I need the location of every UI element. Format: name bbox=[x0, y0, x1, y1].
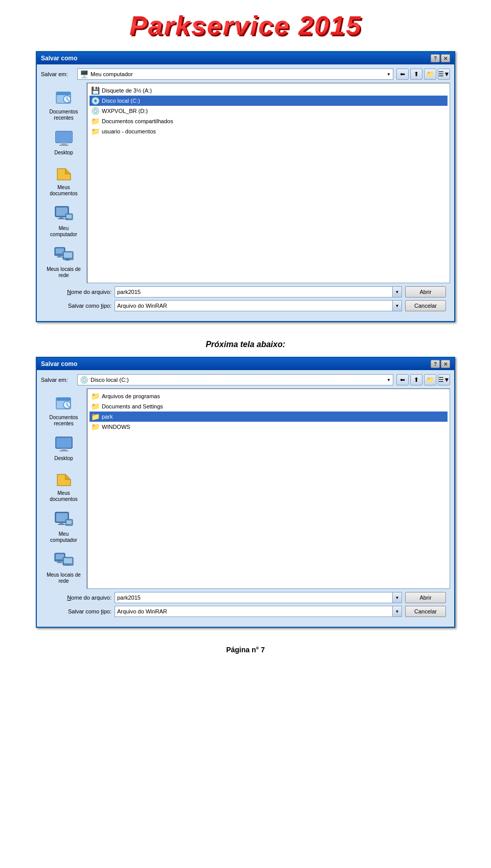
dialog2-file-arquivos[interactable]: 📁 Arquivos de programas bbox=[90, 391, 448, 401]
filename-input-wrap: ▼ bbox=[115, 286, 402, 298]
svg-rect-13 bbox=[66, 219, 69, 220]
filetype-arrow[interactable]: ▼ bbox=[392, 301, 401, 311]
desktop-icon bbox=[54, 128, 74, 149]
dialog2-file-list[interactable]: 📁 Arquivos de programas 📁 Documents and … bbox=[87, 389, 450, 589]
file-item-user[interactable]: 📁 usuario - documentos bbox=[90, 126, 448, 136]
dialog2-filename-row: Nome do arquivo: ▼ Abrir bbox=[45, 592, 446, 603]
dialog2-sidebar-network[interactable]: Meus locais de rede bbox=[44, 548, 84, 587]
file-item-shared[interactable]: 📁 Documentos compartilhados bbox=[90, 116, 448, 126]
dialog2-filename-label: Nome do arquivo: bbox=[45, 595, 111, 601]
dialog2-filename-input[interactable] bbox=[115, 592, 392, 603]
dialog2-filetype-arrow[interactable]: ▼ bbox=[392, 606, 401, 616]
dialog2-desktop-icon bbox=[54, 434, 74, 454]
svg-rect-4 bbox=[56, 131, 72, 143]
dialog2-sidebar-desktop[interactable]: Desktop bbox=[44, 431, 84, 464]
filetype-input[interactable] bbox=[115, 301, 392, 311]
page-title: Parkservice 2015 bbox=[129, 10, 362, 41]
dialog2-sidebar-documents[interactable]: Meus documentos bbox=[44, 466, 84, 505]
file-name-windows: WINDOWS bbox=[102, 424, 130, 430]
dialog2-sidebar-recent[interactable]: Documentos recentes bbox=[44, 391, 84, 429]
dialog2-documents-icon bbox=[54, 469, 74, 489]
dialog2-cancel-button[interactable]: Cancelar bbox=[405, 606, 446, 617]
sidebar-desktop[interactable]: Desktop bbox=[44, 126, 84, 158]
computer-small-icon: 🖥️ bbox=[80, 70, 88, 78]
back-button[interactable]: ⬅ bbox=[396, 68, 409, 80]
dialog2-sidebar-network-label: Meus locais de rede bbox=[47, 572, 81, 584]
sidebar-computer[interactable]: Meu computador bbox=[44, 201, 84, 240]
dialog1-toolbar: Salvar em: 🖥️ Meu computador ▼ ⬅ ⬆ 📁 ☰▼ bbox=[41, 68, 450, 80]
filetype-input-wrap: ▼ bbox=[115, 300, 402, 311]
dialog1-titlebar: Salvar como ? ✕ bbox=[37, 52, 454, 64]
drive-c-icon: 💿 bbox=[91, 96, 100, 105]
file-item-floppy[interactable]: 💾 Disquete de 3½ (A:) bbox=[90, 85, 448, 96]
dialog2-sidebar-documents-label: Meus documentos bbox=[47, 490, 81, 502]
filename-input[interactable] bbox=[115, 287, 392, 297]
help-button[interactable]: ? bbox=[431, 54, 440, 62]
svg-rect-19 bbox=[64, 253, 72, 258]
svg-rect-26 bbox=[56, 437, 72, 448]
dialog2-close-button[interactable]: ✕ bbox=[441, 360, 450, 368]
dialog2: Salvar como ? ✕ Salvar em: 💿 Disco local… bbox=[36, 357, 455, 628]
close-button[interactable]: ✕ bbox=[441, 54, 450, 62]
svg-rect-37 bbox=[58, 561, 61, 562]
dialog2-filename-arrow[interactable]: ▼ bbox=[392, 592, 401, 603]
up-button[interactable]: ⬆ bbox=[410, 68, 422, 80]
dialog2-save-in-arrow[interactable]: ▼ bbox=[387, 378, 391, 382]
svg-rect-20 bbox=[66, 259, 69, 260]
sidebar-network-label: Meus locais de rede bbox=[47, 266, 81, 279]
dialog1-main: Documentos recentes Desktop bbox=[41, 83, 450, 283]
filename-arrow[interactable]: ▼ bbox=[392, 287, 401, 297]
svg-rect-1 bbox=[56, 92, 71, 95]
dialog2-filetype-input[interactable] bbox=[115, 606, 392, 616]
svg-rect-41 bbox=[66, 564, 69, 565]
file-name-floppy: Disquete de 3½ (A:) bbox=[102, 87, 152, 94]
dialog2-new-folder-button[interactable]: 📁 bbox=[424, 374, 436, 385]
disk-small-icon: 💿 bbox=[80, 376, 88, 384]
svg-rect-27 bbox=[61, 448, 66, 450]
dialog2-titlebar-buttons: ? ✕ bbox=[431, 360, 450, 368]
dialog2-back-button[interactable]: ⬅ bbox=[396, 374, 409, 385]
file-item-d[interactable]: 💿 WXPVOL_BR (D:) bbox=[90, 106, 448, 116]
dialog1-bottom: Nome do arquivo: ▼ Abrir Salvar como tip… bbox=[41, 283, 450, 317]
dialog2-help-button[interactable]: ? bbox=[431, 360, 440, 368]
dialog2-up-button[interactable]: ⬆ bbox=[410, 374, 422, 385]
file-name-d: WXPVOL_BR (D:) bbox=[102, 108, 148, 114]
folder-user-icon: 📁 bbox=[91, 127, 100, 136]
separator-text: Próxima tela abaixo: bbox=[206, 340, 285, 349]
floppy-icon: 💾 bbox=[91, 86, 100, 95]
dialog2-file-documents-settings[interactable]: 📁 Documents and Settings bbox=[90, 401, 448, 412]
svg-rect-31 bbox=[59, 522, 63, 524]
sidebar-documents-label: Meus documentos bbox=[47, 185, 81, 197]
dialog2-computer-icon bbox=[54, 510, 74, 530]
dialog2-view-button[interactable]: ☰▼ bbox=[438, 374, 450, 385]
recent-icon bbox=[54, 87, 74, 108]
filename-label: Nome do arquivo: bbox=[45, 289, 111, 295]
dialog2-sidebar-computer[interactable]: Meu computador bbox=[44, 507, 84, 546]
cancel-button[interactable]: Cancelar bbox=[405, 300, 446, 311]
dialog2-open-button[interactable]: Abrir bbox=[405, 592, 446, 603]
sidebar-network[interactable]: Meus locais de rede bbox=[44, 242, 84, 281]
sidebar-desktop-label: Desktop bbox=[54, 150, 73, 156]
new-folder-button[interactable]: 📁 bbox=[424, 68, 436, 80]
dialog2-sidebar-desktop-label: Desktop bbox=[54, 455, 73, 462]
dialog2-file-park[interactable]: 📁 park bbox=[90, 412, 448, 422]
svg-rect-10 bbox=[58, 218, 65, 219]
dialog2-titlebar: Salvar como ? ✕ bbox=[37, 358, 454, 370]
dialog1-file-list[interactable]: 💾 Disquete de 3½ (A:) 💿 Disco local (C:)… bbox=[87, 83, 450, 283]
dialog2-file-windows[interactable]: 📁 WINDOWS bbox=[90, 422, 448, 432]
svg-rect-24 bbox=[56, 398, 71, 401]
view-button[interactable]: ☰▼ bbox=[438, 68, 450, 80]
sidebar-recent[interactable]: Documentos recentes bbox=[44, 85, 84, 124]
sidebar-recent-label: Documentos recentes bbox=[47, 109, 81, 121]
svg-rect-5 bbox=[61, 143, 66, 145]
dialog2-main: Documentos recentes Desktop bbox=[41, 389, 450, 589]
drive-d-icon: 💿 bbox=[91, 106, 100, 116]
dialog2-filetype-label: Salvar como tipo: bbox=[45, 608, 111, 614]
dialog1-titlebar-buttons: ? ✕ bbox=[431, 54, 450, 62]
dialog2-title-text: Salvar como bbox=[41, 360, 77, 368]
save-in-arrow[interactable]: ▼ bbox=[387, 72, 391, 77]
sidebar-documents[interactable]: Meus documentos bbox=[44, 161, 84, 199]
page-number: Página n° 7 bbox=[226, 646, 265, 654]
open-button[interactable]: Abrir bbox=[405, 286, 446, 298]
file-item-c[interactable]: 💿 Disco local (C:) bbox=[90, 96, 448, 106]
